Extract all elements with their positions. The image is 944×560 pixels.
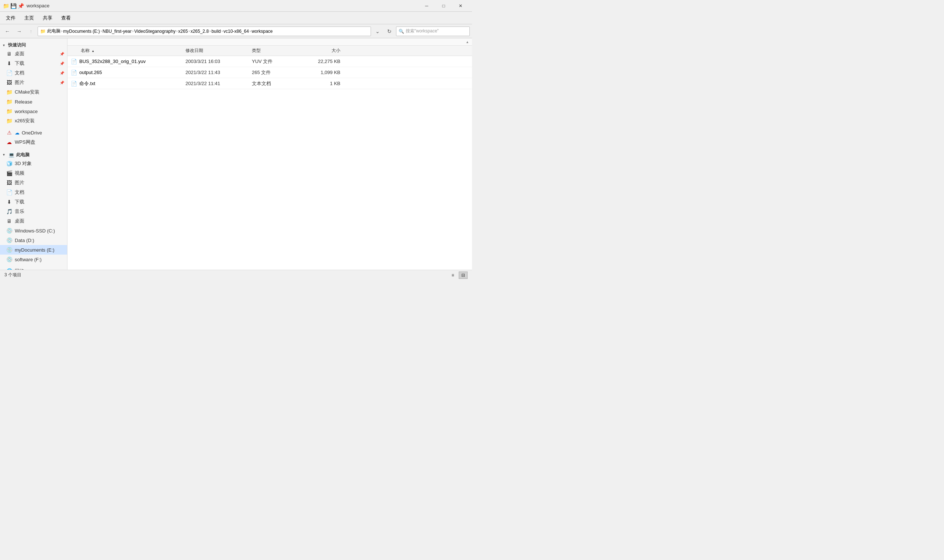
file-row-yuv[interactable]: 📄 BUS_352x288_30_orig_01.yuv 2003/3/21 1… <box>68 56 472 67</box>
refresh-button[interactable]: ↻ <box>384 26 395 37</box>
sidebar-label-cmake: CMake安装 <box>15 89 39 95</box>
breadcrumb-build: build <box>211 29 221 34</box>
docs2-icon: 📄 <box>6 189 12 195</box>
docs-icon: 📄 <box>6 70 12 76</box>
back-button[interactable]: ← <box>2 26 12 37</box>
sort-arrow-name: ▲ <box>91 49 94 53</box>
menu-file[interactable]: 文件 <box>2 12 20 23</box>
sidebar-label-downloads2: 下载 <box>15 198 24 205</box>
sidebar-item-download-pin[interactable]: ⬇ 下载 📌 <box>0 58 67 68</box>
music-icon: 🎵 <box>6 208 12 215</box>
sidebar: ▾ 快速访问 🖥 桌面 📌 ⬇ 下载 📌 📄 文档 📌 🖼 图片 📌 📁 CMa… <box>0 38 68 270</box>
sidebar-label-pictures: 图片 <box>15 79 24 86</box>
d-drive-icon: 💿 <box>6 237 12 243</box>
col-header-name[interactable]: 名称 ▲ <box>68 48 185 54</box>
breadcrumb-x265: x265 <box>178 29 188 34</box>
col-header-date[interactable]: 修改日期 <box>185 48 252 54</box>
view-controls: ≡ ⊟ <box>449 272 467 279</box>
file-date-txt: 2021/3/22 11:41 <box>185 81 252 86</box>
desktop-icon: 🖥 <box>6 51 12 57</box>
pin-icon-desktop: 📌 <box>60 52 64 56</box>
search-placeholder: 搜索"workspace" <box>406 28 439 34</box>
sidebar-item-f-drive[interactable]: 💿 software (F:) <box>0 255 67 264</box>
quick-access-header[interactable]: ▾ 快速访问 <box>0 40 67 49</box>
sidebar-label-c-drive: Windows-SSD (C:) <box>15 228 55 234</box>
sidebar-item-docs-pin[interactable]: 📄 文档 📌 <box>0 68 67 78</box>
breadcrumb-workspace: workspace <box>251 29 273 34</box>
desktop2-icon: 🖥 <box>6 218 12 225</box>
sidebar-label-docs2: 文档 <box>15 189 24 195</box>
sidebar-item-downloads2[interactable]: ⬇ 下载 <box>0 197 67 207</box>
file-type-yuv: YUV 文件 <box>252 58 304 65</box>
wps-cloud-icon: ☁ <box>6 139 12 146</box>
sidebar-label-d-drive: Data (D:) <box>15 238 34 243</box>
sidebar-item-music[interactable]: 🎵 音乐 <box>0 207 67 216</box>
title-bar: 📁 💾 📌 workspace ─ □ ✕ <box>0 0 472 12</box>
sidebar-item-wps[interactable]: ☁ WPS网盘 <box>0 137 67 147</box>
sidebar-item-network[interactable]: 🌐 网络 <box>0 266 67 270</box>
minimize-button[interactable]: ─ <box>418 0 435 12</box>
download-icon: ⬇ <box>6 60 12 67</box>
file-row-txt[interactable]: 📄 命令.txt 2021/3/22 11:41 文本文档 1 KB <box>68 78 472 89</box>
sidebar-item-docs2[interactable]: 📄 文档 <box>0 188 67 197</box>
workspace-folder-icon: 📁 <box>6 108 12 115</box>
sidebar-label-video: 视频 <box>15 170 24 177</box>
menu-bar: 文件 主页 共享 查看 <box>0 12 472 24</box>
view-detail-button[interactable]: ⊟ <box>459 272 467 279</box>
video-icon: 🎬 <box>6 170 12 177</box>
file-type-265: 265 文件 <box>252 69 304 76</box>
dropdown-button[interactable]: ⌄ <box>372 26 383 37</box>
folder-icon: 📁 <box>40 29 46 34</box>
col-header-type[interactable]: 类型 <box>252 48 304 54</box>
sidebar-item-desktop2[interactable]: 🖥 桌面 <box>0 216 67 226</box>
sidebar-item-c-drive[interactable]: 💿 Windows-SSD (C:) <box>0 226 67 235</box>
sidebar-item-pictures-pin[interactable]: 🖼 图片 📌 <box>0 78 67 87</box>
f-drive-icon: 💿 <box>6 256 12 263</box>
search-box[interactable]: 🔍 搜索"workspace" <box>396 26 470 36</box>
cmake-folder-icon: 📁 <box>6 89 12 95</box>
file-size-txt: 1 KB <box>304 81 348 86</box>
sidebar-item-d-drive[interactable]: 💿 Data (D:) <box>0 235 67 245</box>
view-list-button[interactable]: ≡ <box>449 272 457 279</box>
breadcrumb-mydocs: myDocuments (E:) <box>63 29 100 34</box>
address-breadcrumb[interactable]: 📁 此电脑 › myDocuments (E:) › NBU_first-yea… <box>38 26 371 36</box>
expand-arrow-thispc: ▾ <box>3 153 7 157</box>
thispc-label: 此电脑 <box>16 152 29 158</box>
pin-icon-docs: 📌 <box>60 71 64 75</box>
sidebar-label-3d: 3D 对象 <box>15 160 32 167</box>
breadcrumb-pc: 📁 此电脑 <box>40 28 60 34</box>
window-controls: ─ □ ✕ <box>418 0 469 12</box>
sidebar-item-cmake[interactable]: 📁 CMake安装 <box>0 87 67 97</box>
menu-home[interactable]: 主页 <box>20 12 39 23</box>
close-button[interactable]: ✕ <box>452 0 469 12</box>
file-row-265[interactable]: 📄 output.265 2021/3/22 11:43 265 文件 1,09… <box>68 67 472 78</box>
sidebar-label-docs: 文档 <box>15 70 24 76</box>
c-drive-icon: 💿 <box>6 227 12 234</box>
file-icon-txt: 📄 <box>71 80 77 87</box>
forward-button[interactable]: → <box>14 26 24 37</box>
sidebar-item-3d[interactable]: 🧊 3D 对象 <box>0 159 67 168</box>
sort-arrow-up: ▲ <box>466 40 469 44</box>
sidebar-item-x265[interactable]: 📁 x265安装 <box>0 116 67 126</box>
breadcrumb-videosteg: VideoSteganography <box>134 29 176 34</box>
thispc-header[interactable]: ▾ 💻 此电脑 <box>0 149 67 159</box>
sidebar-item-workspace[interactable]: 📁 workspace <box>0 106 67 116</box>
thispc-icon: 💻 <box>8 151 15 158</box>
file-name-265: 📄 output.265 <box>68 69 185 76</box>
sidebar-item-e-drive[interactable]: 💿 myDocuments (E:) <box>0 245 67 255</box>
col-header-size[interactable]: 大小 <box>304 48 348 54</box>
menu-view[interactable]: 查看 <box>57 12 75 23</box>
sidebar-item-video[interactable]: 🎬 视频 <box>0 168 67 178</box>
sort-indicator-row: ▲ <box>68 38 472 46</box>
file-size-yuv: 22,275 KB <box>304 58 348 64</box>
sidebar-label-wps: WPS网盘 <box>15 139 35 146</box>
sidebar-item-release[interactable]: 📁 Release <box>0 97 67 106</box>
sidebar-item-onedrive[interactable]: ⚠ ☁ OneDrive <box>0 128 67 137</box>
sidebar-item-desktop-pin[interactable]: 🖥 桌面 📌 <box>0 49 67 58</box>
sidebar-label-pictures2: 图片 <box>15 179 24 186</box>
maximize-button[interactable]: □ <box>435 0 452 12</box>
menu-share[interactable]: 共享 <box>39 12 57 23</box>
sidebar-item-pictures2[interactable]: 🖼 图片 <box>0 178 67 188</box>
quick-access-label: 快速访问 <box>8 42 26 48</box>
up-button[interactable]: ↑ <box>26 26 36 37</box>
